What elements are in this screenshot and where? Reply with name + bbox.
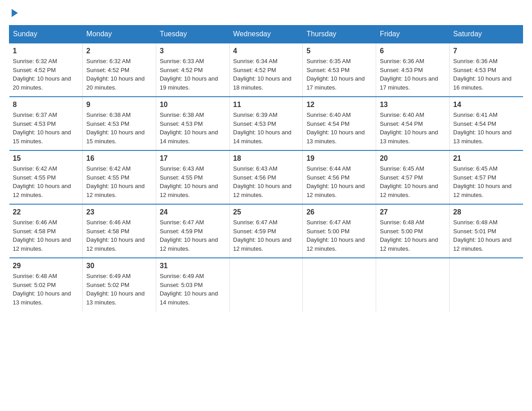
week-row-1: 1 Sunrise: 6:32 AMSunset: 4:52 PMDayligh…: [9, 43, 523, 97]
calendar-cell: 7 Sunrise: 6:36 AMSunset: 4:53 PMDayligh…: [450, 43, 523, 97]
calendar-cell: 24 Sunrise: 6:47 AMSunset: 4:59 PMDaylig…: [156, 204, 229, 258]
day-info: Sunrise: 6:48 AMSunset: 5:00 PMDaylight:…: [380, 218, 446, 253]
calendar-cell: [303, 258, 376, 312]
day-number: 26: [306, 208, 372, 216]
day-number: 19: [306, 154, 372, 163]
calendar-cell: 21 Sunrise: 6:45 AMSunset: 4:57 PMDaylig…: [450, 150, 523, 204]
calendar-cell: 27 Sunrise: 6:48 AMSunset: 5:00 PMDaylig…: [376, 204, 450, 258]
calendar-cell: 3 Sunrise: 6:33 AMSunset: 4:52 PMDayligh…: [156, 43, 229, 97]
logo-arrow-icon: [10, 8, 20, 18]
day-number: 20: [380, 154, 446, 163]
weekday-header-wednesday: Wednesday: [229, 26, 303, 43]
day-info: Sunrise: 6:43 AMSunset: 4:55 PMDaylight:…: [160, 164, 226, 199]
day-info: Sunrise: 6:44 AMSunset: 4:56 PMDaylight:…: [306, 164, 372, 199]
calendar-cell: 12 Sunrise: 6:40 AMSunset: 4:54 PMDaylig…: [303, 97, 376, 150]
day-info: Sunrise: 6:35 AMSunset: 4:53 PMDaylight:…: [306, 57, 372, 92]
day-number: 10: [160, 101, 226, 109]
weekday-header-row: SundayMondayTuesdayWednesdayThursdayFrid…: [9, 26, 523, 43]
calendar-cell: 1 Sunrise: 6:32 AMSunset: 4:52 PMDayligh…: [9, 43, 83, 97]
calendar-cell: 23 Sunrise: 6:46 AMSunset: 4:58 PMDaylig…: [82, 204, 156, 258]
calendar-table: SundayMondayTuesdayWednesdayThursdayFrid…: [9, 25, 523, 312]
day-info: Sunrise: 6:46 AMSunset: 4:58 PMDaylight:…: [86, 218, 152, 253]
day-number: 2: [86, 47, 152, 55]
day-number: 5: [306, 47, 372, 55]
svg-marker-0: [12, 9, 18, 17]
calendar-cell: [229, 258, 303, 312]
day-info: Sunrise: 6:33 AMSunset: 4:52 PMDaylight:…: [160, 57, 226, 92]
page-header: [9, 9, 523, 16]
calendar-cell: 30 Sunrise: 6:49 AMSunset: 5:02 PMDaylig…: [82, 258, 156, 312]
day-info: Sunrise: 6:36 AMSunset: 4:53 PMDaylight:…: [380, 57, 446, 92]
calendar-cell: 31 Sunrise: 6:49 AMSunset: 5:03 PMDaylig…: [156, 258, 229, 312]
calendar-cell: 29 Sunrise: 6:48 AMSunset: 5:02 PMDaylig…: [9, 258, 83, 312]
day-number: 22: [13, 208, 79, 216]
calendar-cell: 22 Sunrise: 6:46 AMSunset: 4:58 PMDaylig…: [9, 204, 83, 258]
day-info: Sunrise: 6:42 AMSunset: 4:55 PMDaylight:…: [13, 164, 79, 199]
calendar-cell: 11 Sunrise: 6:39 AMSunset: 4:53 PMDaylig…: [229, 97, 303, 150]
weekday-header-sunday: Sunday: [9, 26, 83, 43]
day-info: Sunrise: 6:40 AMSunset: 4:54 PMDaylight:…: [380, 111, 446, 146]
day-info: Sunrise: 6:45 AMSunset: 4:57 PMDaylight:…: [453, 164, 519, 199]
day-info: Sunrise: 6:32 AMSunset: 4:52 PMDaylight:…: [86, 57, 152, 92]
day-number: 4: [233, 47, 299, 55]
day-number: 11: [233, 101, 299, 109]
calendar-cell: [376, 258, 450, 312]
day-number: 13: [380, 101, 446, 109]
day-info: Sunrise: 6:38 AMSunset: 4:53 PMDaylight:…: [86, 111, 152, 146]
day-info: Sunrise: 6:46 AMSunset: 4:58 PMDaylight:…: [13, 218, 79, 253]
day-number: 24: [160, 208, 226, 216]
day-number: 7: [453, 47, 519, 55]
calendar-cell: 26 Sunrise: 6:47 AMSunset: 5:00 PMDaylig…: [303, 204, 376, 258]
day-number: 29: [13, 262, 79, 270]
week-row-2: 8 Sunrise: 6:37 AMSunset: 4:53 PMDayligh…: [9, 97, 523, 150]
calendar-cell: 14 Sunrise: 6:41 AMSunset: 4:54 PMDaylig…: [450, 97, 523, 150]
day-info: Sunrise: 6:47 AMSunset: 4:59 PMDaylight:…: [233, 218, 299, 253]
day-number: 30: [86, 262, 152, 270]
day-number: 17: [160, 154, 226, 163]
day-number: 12: [306, 101, 372, 109]
day-number: 1: [13, 47, 79, 55]
day-info: Sunrise: 6:43 AMSunset: 4:56 PMDaylight:…: [233, 164, 299, 199]
day-info: Sunrise: 6:49 AMSunset: 5:03 PMDaylight:…: [160, 272, 226, 307]
day-number: 18: [233, 154, 299, 163]
day-number: 25: [233, 208, 299, 216]
day-number: 15: [13, 154, 79, 163]
day-number: 8: [13, 101, 79, 109]
calendar-cell: 13 Sunrise: 6:40 AMSunset: 4:54 PMDaylig…: [376, 97, 450, 150]
day-number: 14: [453, 101, 519, 109]
calendar-cell: 28 Sunrise: 6:48 AMSunset: 5:01 PMDaylig…: [450, 204, 523, 258]
day-info: Sunrise: 6:36 AMSunset: 4:53 PMDaylight:…: [453, 57, 519, 92]
day-info: Sunrise: 6:37 AMSunset: 4:53 PMDaylight:…: [13, 111, 79, 146]
weekday-header-tuesday: Tuesday: [156, 26, 229, 43]
calendar-cell: 2 Sunrise: 6:32 AMSunset: 4:52 PMDayligh…: [82, 43, 156, 97]
calendar-cell: 17 Sunrise: 6:43 AMSunset: 4:55 PMDaylig…: [156, 150, 229, 204]
calendar-cell: 8 Sunrise: 6:37 AMSunset: 4:53 PMDayligh…: [9, 97, 83, 150]
day-number: 9: [86, 101, 152, 109]
day-info: Sunrise: 6:39 AMSunset: 4:53 PMDaylight:…: [233, 111, 299, 146]
day-number: 6: [380, 47, 446, 55]
week-row-4: 22 Sunrise: 6:46 AMSunset: 4:58 PMDaylig…: [9, 204, 523, 258]
day-number: 27: [380, 208, 446, 216]
calendar-cell: 10 Sunrise: 6:38 AMSunset: 4:53 PMDaylig…: [156, 97, 229, 150]
day-info: Sunrise: 6:42 AMSunset: 4:55 PMDaylight:…: [86, 164, 152, 199]
logo: [9, 9, 20, 16]
calendar-cell: 15 Sunrise: 6:42 AMSunset: 4:55 PMDaylig…: [9, 150, 83, 204]
calendar-cell: 20 Sunrise: 6:45 AMSunset: 4:57 PMDaylig…: [376, 150, 450, 204]
day-number: 28: [453, 208, 519, 216]
calendar-cell: [450, 258, 523, 312]
day-number: 31: [160, 262, 226, 270]
calendar-cell: 9 Sunrise: 6:38 AMSunset: 4:53 PMDayligh…: [82, 97, 156, 150]
weekday-header-monday: Monday: [82, 26, 156, 43]
week-row-3: 15 Sunrise: 6:42 AMSunset: 4:55 PMDaylig…: [9, 150, 523, 204]
day-info: Sunrise: 6:41 AMSunset: 4:54 PMDaylight:…: [453, 111, 519, 146]
calendar-cell: 6 Sunrise: 6:36 AMSunset: 4:53 PMDayligh…: [376, 43, 450, 97]
day-info: Sunrise: 6:49 AMSunset: 5:02 PMDaylight:…: [86, 272, 152, 307]
weekday-header-saturday: Saturday: [450, 26, 523, 43]
day-info: Sunrise: 6:47 AMSunset: 5:00 PMDaylight:…: [306, 218, 372, 253]
day-number: 23: [86, 208, 152, 216]
day-info: Sunrise: 6:34 AMSunset: 4:52 PMDaylight:…: [233, 57, 299, 92]
day-info: Sunrise: 6:38 AMSunset: 4:53 PMDaylight:…: [160, 111, 226, 146]
day-info: Sunrise: 6:32 AMSunset: 4:52 PMDaylight:…: [13, 57, 79, 92]
calendar-cell: 4 Sunrise: 6:34 AMSunset: 4:52 PMDayligh…: [229, 43, 303, 97]
calendar-cell: 5 Sunrise: 6:35 AMSunset: 4:53 PMDayligh…: [303, 43, 376, 97]
